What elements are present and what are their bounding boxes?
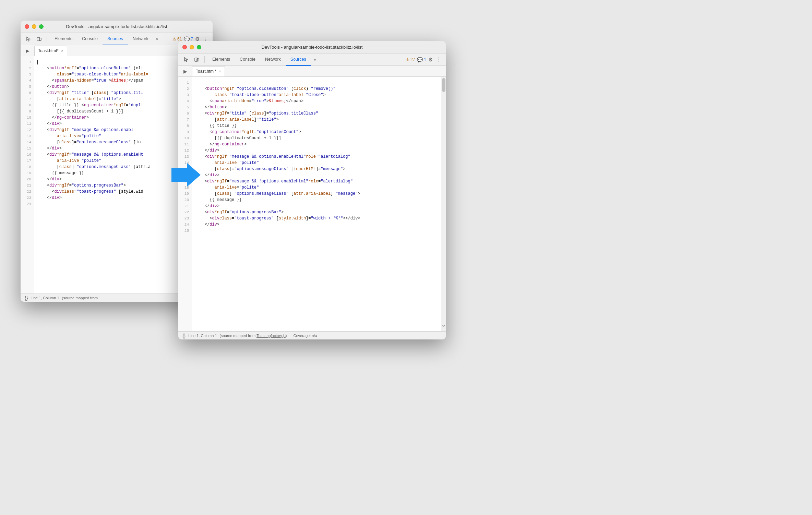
window-title-2: DevTools - angular-sample-todo-list.stac…	[262, 45, 363, 50]
ln-11: 11	[21, 121, 34, 127]
tab-more-2[interactable]: »	[311, 53, 319, 66]
code-line-w2-12: </div>	[192, 147, 441, 154]
toolbar-right-2: ⚠ 27 💬 1 ⚙ ⋮	[406, 56, 443, 63]
scrollbar-thumb-2[interactable]	[442, 78, 445, 92]
ln-4: 4	[21, 77, 34, 84]
warning-count-2: 27	[410, 57, 415, 62]
source-info-2: (source mapped from Toast.ngfactory.js) …	[220, 334, 317, 338]
code-line-w2-25	[192, 228, 441, 234]
ln-3: 3	[21, 71, 34, 77]
devtools-toolbar-2: Elements Console Network Sources » ⚠ 27 …	[178, 53, 446, 66]
warning-icon-2: ⚠	[406, 57, 409, 62]
file-tab-name-2: Toast.html*	[196, 69, 216, 74]
code-line-w2-2: <button *ngIf="options.closeButton" (cli…	[192, 86, 441, 92]
code-line-w2-20: {{ message }}	[192, 197, 441, 203]
tab-elements-1[interactable]: Elements	[50, 33, 77, 45]
code-line-w2-21: </div>	[192, 203, 441, 209]
status-bar-2: {} Line 1, Column 1 (source mapped from …	[178, 331, 446, 339]
minimize-button-1[interactable]	[32, 24, 36, 29]
ln-6: 6	[21, 90, 34, 96]
device-toolbar-button-1[interactable]	[34, 34, 44, 44]
device-toolbar-button-2[interactable]	[192, 55, 202, 64]
code-line-w2-10: [{{ duplicatesCount + 1 }}]	[192, 135, 441, 141]
cursor-position-1: Line 1, Column 1	[31, 296, 59, 300]
code-line-w2-15: [class]="options.messageClass" [innerHTM…	[192, 166, 441, 172]
ln-14: 14	[21, 139, 34, 145]
code-line-w2-3: class="toast-close-button" aria-label="C…	[192, 92, 441, 98]
more-icon-2[interactable]: ⋮	[435, 56, 443, 63]
warning-count-1: 61	[177, 37, 182, 41]
titlebar-1: DevTools - angular-sample-todo-list.stac…	[21, 21, 213, 33]
code-line-w2-9: <ng-container *ngIf="duplicatesCount">	[192, 129, 441, 135]
sidebar-toggle-1[interactable]: ▶	[23, 47, 32, 55]
code-area-2: 1 2 3 4 5 6 7 8 9 10 11 12 13 14 15 16 1…	[178, 77, 446, 331]
warning-badge-2[interactable]: ⚠ 27	[406, 57, 415, 62]
line-numbers-1: 1 2 3 4 5 6 7 8 9 10 11 12 13 14 15 16 1…	[21, 56, 34, 294]
file-tab-2[interactable]: Toast.html* ×	[192, 66, 225, 76]
file-tab-close-1[interactable]: ×	[61, 49, 63, 53]
scroll-bottom-arrow-2[interactable]	[442, 324, 446, 330]
warning-badge-1[interactable]: ⚠ 61	[172, 37, 182, 41]
file-tab-bar-2: ▶ Toast.html* ×	[178, 66, 446, 77]
code-line-w2-5: </button>	[192, 104, 441, 110]
tab-sources-1[interactable]: Sources	[103, 33, 128, 45]
file-tab-1[interactable]: Toast.html* ×	[34, 46, 67, 56]
tab-elements-2[interactable]: Elements	[207, 53, 235, 66]
code-line-w2-8: {{ title }}	[192, 123, 441, 129]
ln-20: 20	[21, 176, 34, 182]
maximize-button-1[interactable]	[39, 24, 44, 29]
close-button-1[interactable]	[25, 24, 29, 29]
info-icon-2: 💬	[417, 57, 423, 62]
file-tab-close-2[interactable]: ×	[219, 69, 221, 73]
ln-21: 21	[21, 182, 34, 189]
devtools-window-2: DevTools - angular-sample-todo-list.stac…	[178, 41, 446, 339]
minimize-button-2[interactable]	[190, 45, 194, 49]
tab-network-1[interactable]: Network	[128, 33, 153, 45]
ln-5: 5	[21, 84, 34, 90]
source-close-paren-2: )	[286, 334, 287, 338]
ln-19: 19	[21, 170, 34, 176]
source-info-1: (source mapped from	[62, 296, 98, 300]
code-line-w2-1	[192, 80, 441, 86]
sidebar-toggle-2[interactable]: ▶	[181, 67, 189, 75]
devtools-tabs-1: Elements Console Sources Network »	[50, 33, 171, 45]
info-count-1: 7	[191, 37, 193, 41]
blue-arrow	[168, 161, 202, 190]
maximize-button-2[interactable]	[197, 45, 201, 49]
devtools-tabs-2: Elements Console Network Sources »	[207, 53, 404, 66]
tab-console-2[interactable]: Console	[235, 53, 260, 66]
traffic-lights-1	[25, 24, 44, 29]
close-button-2[interactable]	[182, 45, 187, 49]
braces-icon-1: {}	[25, 295, 28, 301]
scrollbar-2[interactable]	[441, 77, 446, 331]
tab-console-1[interactable]: Console	[77, 33, 103, 45]
code-line-w2-13: <div *ngIf="message && options.enableHtm…	[192, 154, 441, 160]
source-info-text-2: (source mapped from	[220, 334, 256, 338]
ln-12: 12	[21, 127, 34, 133]
code-line-w2-16: </div>	[192, 172, 441, 178]
ln-17: 17	[21, 158, 34, 164]
cursor-tool-button-2[interactable]	[181, 55, 191, 64]
ln-2: 2	[21, 65, 34, 71]
ln-16: 16	[21, 152, 34, 158]
ln-24: 24	[21, 201, 34, 207]
ln-1: 1	[21, 59, 34, 65]
tab-sources-2[interactable]: Sources	[286, 53, 311, 66]
ln-8: 8	[21, 102, 34, 108]
code-line-w2-11: </ng-container>	[192, 141, 441, 147]
titlebar-2: DevTools - angular-sample-todo-list.stac…	[178, 41, 446, 53]
tab-more-1[interactable]: »	[153, 33, 161, 45]
cursor-tool-button-1[interactable]	[23, 34, 33, 44]
traffic-lights-2	[182, 45, 201, 49]
ln-18: 18	[21, 164, 34, 170]
tab-network-2[interactable]: Network	[260, 53, 286, 66]
ln-22: 22	[21, 189, 34, 195]
braces-icon-2: {}	[182, 333, 186, 338]
source-link-2[interactable]: Toast.ngfactory.js	[256, 334, 286, 338]
info-count-2: 1	[424, 57, 426, 62]
coverage-text-2: Coverage: n/a	[293, 334, 317, 338]
code-line-w2-22: <div *ngIf="options.progressBar">	[192, 209, 441, 215]
info-badge-2[interactable]: 💬 1	[417, 57, 426, 62]
gear-icon-2[interactable]: ⚙	[428, 57, 433, 63]
code-line-w2-23: <div class="toast-progress" [style.width…	[192, 215, 441, 221]
